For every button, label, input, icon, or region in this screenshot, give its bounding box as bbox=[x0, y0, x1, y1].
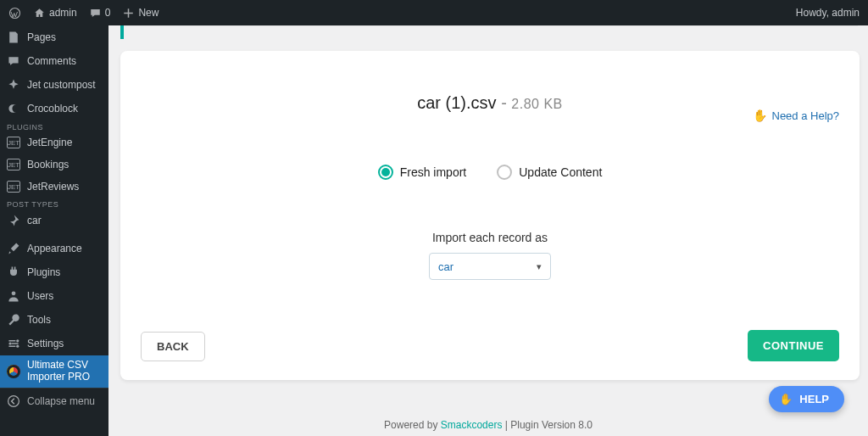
csv-importer-icon bbox=[7, 365, 20, 378]
sidebar-item-label: Comments bbox=[27, 55, 76, 67]
croco-icon bbox=[7, 102, 20, 115]
sidebar-item-label: Tools bbox=[27, 314, 51, 326]
sidebar-item-car[interactable]: car bbox=[0, 209, 108, 232]
notice-strip bbox=[120, 25, 858, 39]
svg-point-4 bbox=[16, 345, 19, 348]
sidebar-item-label: JetEngine bbox=[27, 137, 72, 148]
hand-icon: ✋ bbox=[753, 109, 767, 122]
sidebar-item-label: Crocoblock bbox=[27, 103, 78, 115]
wp-logo[interactable] bbox=[8, 7, 21, 20]
help-fab-label: HELP bbox=[799, 393, 829, 405]
sidebar-item-settings[interactable]: Settings bbox=[0, 332, 108, 355]
wrench-icon bbox=[7, 313, 20, 327]
plus-icon bbox=[122, 7, 135, 20]
sidebar-item-label: JetReviews bbox=[27, 181, 79, 193]
chevron-down-icon: ▾ bbox=[537, 261, 542, 272]
wp-admin-bar: admin 0 New Howdy, admin bbox=[0, 0, 868, 25]
sidebar-item-label: car bbox=[27, 215, 42, 226]
sidebar-item-users[interactable]: Users bbox=[0, 284, 108, 308]
sidebar-heading-posttypes: POST TYPES bbox=[0, 198, 108, 209]
hand-icon: ✋ bbox=[779, 393, 793, 405]
sidebar-item-label: Settings bbox=[27, 338, 64, 349]
help-fab[interactable]: ✋ HELP bbox=[769, 386, 844, 412]
need-help-text: Need a Help? bbox=[772, 109, 840, 122]
footer-suffix: | Plugin Version 8.0 bbox=[502, 419, 593, 431]
svg-point-1 bbox=[12, 291, 16, 295]
jet-icon: JET bbox=[7, 181, 20, 193]
footer-link[interactable]: Smackcoders bbox=[441, 419, 503, 431]
sidebar-item-pages[interactable]: Pages bbox=[0, 25, 108, 49]
sidebar-item-bookings[interactable]: JET Bookings bbox=[0, 154, 108, 176]
comments-count: 0 bbox=[105, 7, 111, 19]
plug-icon bbox=[7, 266, 20, 279]
content-area: car (1).csv - 2.80 KB ✋ Need a Help? Fre… bbox=[108, 25, 868, 436]
comment-icon bbox=[89, 7, 102, 20]
sidebar-heading-plugins: PLUGINS bbox=[0, 120, 108, 131]
sidebar-item-label: Users bbox=[27, 290, 53, 302]
sidebar-item-label: Jet custompost bbox=[27, 79, 96, 91]
need-help-link[interactable]: ✋ Need a Help? bbox=[753, 109, 840, 122]
sparkle-icon bbox=[7, 78, 20, 92]
continue-button[interactable]: CONTINUE bbox=[748, 330, 839, 361]
new-label: New bbox=[138, 7, 159, 19]
sidebar-item-jetcustompost[interactable]: Jet custompost bbox=[0, 73, 108, 97]
import-as-label: Import each record as bbox=[120, 231, 860, 244]
new-link[interactable]: New bbox=[122, 7, 159, 20]
collapse-menu[interactable]: Collapse menu bbox=[0, 388, 108, 414]
howdy-text: Howdy, admin bbox=[796, 7, 860, 19]
collapse-label: Collapse menu bbox=[27, 395, 95, 407]
sidebar-item-tools[interactable]: Tools bbox=[0, 308, 108, 332]
sidebar-item-label: Plugins bbox=[27, 266, 60, 278]
site-name-text: admin bbox=[49, 7, 77, 19]
svg-point-5 bbox=[8, 395, 19, 406]
radio-fresh-import[interactable]: Fresh import bbox=[378, 165, 467, 180]
wordpress-icon bbox=[8, 7, 21, 20]
home-icon bbox=[33, 7, 46, 20]
file-name: car (1).csv bbox=[417, 93, 496, 112]
select-value: car bbox=[438, 260, 453, 273]
sidebar-item-crocoblock[interactable]: Crocoblock bbox=[0, 97, 108, 120]
comments-link[interactable]: 0 bbox=[89, 7, 111, 20]
user-icon bbox=[7, 289, 20, 303]
sidebar-item-jetengine[interactable]: JET JetEngine bbox=[0, 131, 108, 154]
site-name-link[interactable]: admin bbox=[33, 7, 77, 20]
sidebar-item-plugins[interactable]: Plugins bbox=[0, 260, 108, 284]
sidebar-item-jetreviews[interactable]: JET JetReviews bbox=[0, 176, 108, 198]
svg-point-3 bbox=[8, 342, 11, 344]
svg-point-2 bbox=[16, 339, 19, 342]
sidebar-item-label: Ultimate CSV Importer PRO bbox=[27, 360, 90, 383]
page-icon bbox=[7, 31, 20, 44]
comment-icon bbox=[7, 54, 20, 68]
back-button[interactable]: BACK bbox=[141, 332, 205, 361]
sidebar-item-label: Bookings bbox=[27, 159, 69, 170]
radio-label: Update Content bbox=[519, 165, 602, 179]
sliders-icon bbox=[7, 337, 20, 350]
footer-prefix: Powered by bbox=[384, 419, 441, 431]
import-panel: car (1).csv - 2.80 KB ✋ Need a Help? Fre… bbox=[120, 51, 860, 380]
radio-icon bbox=[378, 165, 393, 180]
import-mode-radios: Fresh import Update Content bbox=[120, 165, 860, 180]
jet-icon: JET bbox=[7, 137, 20, 148]
file-size: 2.80 KB bbox=[511, 97, 562, 111]
radio-icon bbox=[497, 165, 512, 180]
howdy-link[interactable]: Howdy, admin bbox=[796, 7, 860, 19]
radio-update-content[interactable]: Update Content bbox=[497, 165, 602, 180]
sidebar-item-csv-importer[interactable]: Ultimate CSV Importer PRO bbox=[0, 355, 108, 388]
sidebar-item-label: Pages bbox=[27, 31, 56, 43]
sidebar-item-comments[interactable]: Comments bbox=[0, 49, 108, 73]
pin-icon bbox=[7, 214, 20, 227]
import-as-select[interactable]: car ▾ bbox=[429, 253, 551, 280]
sidebar-item-label: Appearance bbox=[27, 243, 82, 254]
sidebar-item-appearance[interactable]: Appearance bbox=[0, 237, 108, 260]
footer: Powered by Smackcoders | Plugin Version … bbox=[108, 419, 868, 431]
brush-icon bbox=[7, 242, 20, 255]
collapse-icon bbox=[7, 394, 20, 408]
radio-label: Fresh import bbox=[400, 165, 467, 179]
file-heading: car (1).csv - 2.80 KB bbox=[120, 93, 860, 113]
jet-icon: JET bbox=[7, 159, 20, 170]
wp-admin-sidebar: Pages Comments Jet custompost Crocoblock… bbox=[0, 25, 108, 436]
